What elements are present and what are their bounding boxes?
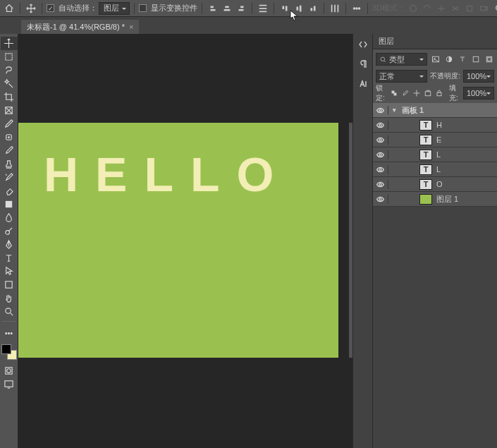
path-select-tool[interactable] [1,265,18,278]
character-panel-icon[interactable] [355,76,371,92]
hand-tool[interactable] [1,291,18,305]
3d-pan-icon [435,2,448,15]
zoom-tool[interactable] [1,305,18,318]
visibility-toggle[interactable] [373,135,388,145]
layer-name[interactable]: L [436,150,441,159]
type-layer-icon: T [419,150,432,160]
quickmask-tool[interactable] [1,364,18,377]
visibility-toggle[interactable] [373,121,388,130]
type-tool[interactable] [1,251,18,265]
filter-image-icon[interactable] [430,54,441,65]
canvas-scrollbar[interactable] [349,123,352,358]
visibility-toggle[interactable] [373,195,388,204]
layer-name[interactable]: L [436,165,441,174]
chevron-down-icon[interactable]: ▾ [393,107,396,114]
svg-rect-5 [481,6,486,10]
3d-roll-icon [421,2,434,15]
canvas-area[interactable]: HELLO [18,34,352,448]
layer-tree[interactable]: ▾画板 1THTETLTLTO图层 1 [373,103,497,448]
visibility-toggle[interactable] [373,150,388,159]
distribute-h-icon[interactable] [257,2,269,15]
distribute-v-icon[interactable] [329,2,341,15]
wand-tool[interactable] [1,77,18,90]
gradient-tool[interactable] [1,198,18,211]
search-icon[interactable] [493,2,497,15]
canvas[interactable]: HELLO [18,123,338,358]
layer-name[interactable]: 画板 1 [402,105,424,116]
layer-row[interactable]: ▾画板 1 [373,103,497,118]
svg-point-36 [379,168,381,170]
auto-select-checkbox[interactable] [47,4,54,12]
svg-rect-31 [437,92,441,96]
svg-rect-20 [5,381,13,387]
lasso-tool[interactable] [1,63,18,77]
expand-panels-icon[interactable] [355,37,371,52]
3d-slide-icon [449,2,462,15]
crop-tool[interactable] [1,90,18,104]
layer-row[interactable]: TL [373,147,497,162]
layer-row[interactable]: 图层 1 [373,192,497,207]
history-brush-tool[interactable] [1,171,18,184]
foreground-color-swatch[interactable] [1,344,11,354]
shape-tool[interactable] [1,278,18,291]
edit-toolbar-icon[interactable] [1,327,18,340]
visibility-toggle[interactable] [373,165,388,174]
marquee-tool[interactable] [1,50,18,63]
align-left-icon[interactable] [207,2,219,15]
lock-paint-icon[interactable] [401,88,410,99]
move-tool-icon[interactable] [25,2,37,15]
eraser-tool[interactable] [1,184,18,198]
blend-mode-dropdown[interactable]: 正常 [376,70,427,83]
layers-panel: 图层 类型 正常 不透明度: 100% 锁定: [372,34,497,448]
show-transform-checkbox[interactable] [139,4,147,12]
layer-name[interactable]: O [436,180,443,188]
lock-nest-icon[interactable] [424,88,432,99]
brush-tool[interactable] [1,144,18,157]
frame-tool[interactable] [1,104,18,117]
filter-smart-icon[interactable] [484,54,494,65]
lock-all-icon[interactable] [435,88,443,99]
layer-row[interactable]: TO [373,177,497,192]
paragraph-panel-icon[interactable] [355,56,371,72]
dodge-tool[interactable] [1,224,18,238]
layer-name[interactable]: E [436,135,441,144]
svg-point-14 [6,308,11,314]
eyedropper-tool[interactable] [1,117,18,131]
visibility-toggle[interactable] [373,180,388,189]
layer-row[interactable]: TE [373,133,497,147]
layer-name[interactable]: H [436,121,442,129]
show-transform-label: 显示变换控件 [151,3,197,13]
stamp-tool[interactable] [1,157,18,171]
svg-point-34 [379,138,381,140]
lock-pos-icon[interactable] [412,88,421,99]
heal-tool[interactable] [1,131,18,144]
document-tab-title: 未标题-1 @ 41.4%(RGB/8) * [27,22,125,32]
opacity-field[interactable]: 100% [463,70,494,83]
3d-mode-label: 3D模式： [372,3,405,13]
align-bottom-icon[interactable] [307,2,319,15]
screenmode-tool[interactable] [1,377,18,391]
layer-row[interactable]: TH [373,118,497,133]
home-icon[interactable] [3,2,16,15]
visibility-toggle[interactable] [373,106,388,115]
filter-shape-icon[interactable] [470,54,481,65]
pen-tool[interactable] [1,238,18,251]
lock-trans-icon[interactable] [390,88,398,99]
layer-name[interactable]: 图层 1 [436,194,458,205]
close-tab-icon[interactable]: × [129,23,133,31]
layers-panel-header[interactable]: 图层 [373,34,497,49]
blur-tool[interactable] [1,211,18,224]
align-right-icon[interactable] [235,2,247,15]
svg-point-16 [8,333,10,334]
align-hcenter-icon[interactable] [221,2,233,15]
color-swatches[interactable] [0,343,18,364]
more-options-icon[interactable] [350,2,363,15]
layer-filter-dropdown[interactable]: 类型 [376,53,427,66]
filter-type-icon[interactable] [457,54,467,65]
layer-row[interactable]: TL [373,162,497,177]
filter-adjust-icon[interactable] [443,54,454,65]
move-tool[interactable] [1,37,18,50]
fill-field[interactable]: 100% [463,87,494,99]
document-tab[interactable]: 未标题-1 @ 41.4%(RGB/8) * × [21,20,139,34]
auto-select-dropdown[interactable]: 图层 [99,2,130,15]
